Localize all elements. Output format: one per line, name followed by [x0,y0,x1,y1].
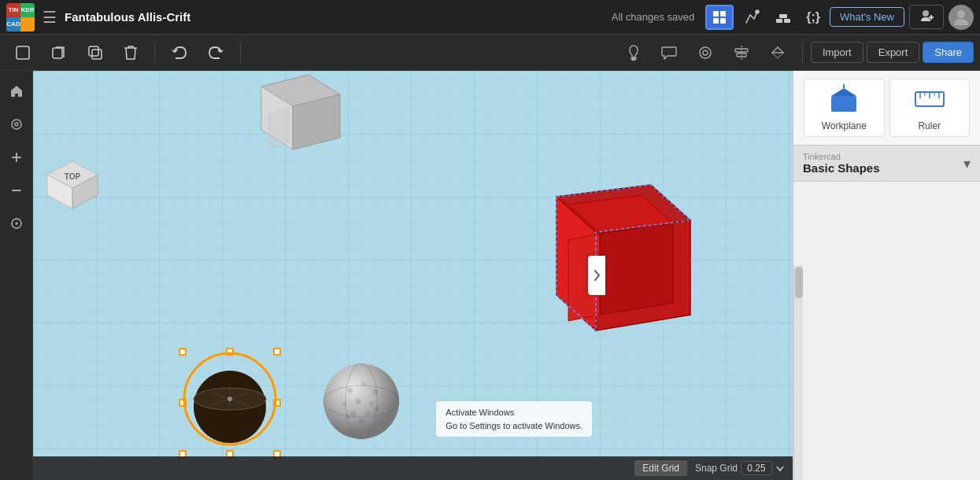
svg-point-62 [373,390,379,395]
sphere-shape[interactable] [320,360,407,447]
selected-cylinder-shape[interactable] [179,348,281,458]
svg-point-60 [348,388,353,393]
delete-button[interactable] [115,40,146,65]
topbar-right: What's New [830,5,974,30]
import-button[interactable]: Import [811,42,864,63]
copy-out-button[interactable] [43,40,76,65]
status-bar: Edit Grid Snap Grid [33,456,793,480]
snap-grid-label: Snap Grid [695,461,785,475]
right-panel: Workplane Ruler Tinker [793,71,980,480]
svg-rect-17 [632,59,635,61]
shape-item-box-ghost[interactable]: Box [800,188,887,194]
cube-label-top: TOP [65,172,81,181]
shape-item-cyl-ghost[interactable]: Cylinder [887,188,974,194]
edit-grid-button[interactable]: Edit Grid [634,460,687,476]
bricks-button[interactable] [770,6,797,29]
chevron-down-icon[interactable] [775,463,785,473]
snap-grid-input[interactable] [741,461,772,475]
svg-rect-2 [713,18,719,24]
view-cube-svg: TOP [41,157,104,216]
new-shape-button[interactable] [6,40,39,65]
svg-rect-0 [713,11,719,17]
svg-rect-73 [831,96,856,112]
svg-point-30 [16,223,17,224]
workplane-icon [828,84,860,117]
svg-marker-44 [269,107,289,149]
fit-view-button[interactable] [4,211,29,236]
panel-title: Basic Shapes [803,161,880,175]
svg-point-11 [957,10,965,18]
svg-point-59 [324,364,399,439]
zoom-out-button[interactable] [4,178,29,203]
export-button[interactable]: Export [867,42,920,63]
grid-view-button[interactable] [705,5,734,30]
svg-rect-15 [92,50,102,59]
svg-marker-50 [600,223,673,315]
toolbar-separator-3 [802,42,803,64]
view-cube-container[interactable]: TOP [41,157,112,228]
red-box-shape[interactable] [525,181,714,354]
toolbar-separator-1 [154,42,155,64]
shape-gen-button[interactable] [689,40,722,65]
svg-rect-6 [784,19,790,23]
avatar[interactable] [949,5,974,30]
duplicate-button[interactable] [79,40,112,65]
panel-section-label: Tinkercad [803,152,880,161]
panel-dropdown-button[interactable]: ▾ [963,155,971,172]
undo-button[interactable] [163,41,196,65]
svg-point-70 [359,419,364,425]
svg-point-64 [356,399,361,404]
svg-point-19 [703,50,708,55]
logo-cell-ker: KER [20,3,35,17]
home-button[interactable] [4,79,29,104]
document-icon[interactable]: ☰ [43,8,57,27]
viewport[interactable]: TOP [33,71,793,480]
flip-button[interactable] [761,40,794,65]
add-user-button[interactable] [909,5,944,29]
svg-point-67 [365,412,370,416]
tinkercad-logo[interactable]: TIN KER CAD [6,3,35,31]
svg-point-24 [12,120,21,129]
ruler-label: Ruler [918,120,941,131]
ruler-tool[interactable]: Ruler [889,79,971,137]
scroll-thumb[interactable] [795,267,803,298]
svg-point-18 [700,47,711,58]
align-button[interactable] [725,40,758,65]
toolbar2-right-tools: Import Export Share [618,40,974,65]
right-scrollbar[interactable] [793,265,803,480]
whats-new-button[interactable]: What's New [830,7,904,27]
svg-rect-12 [17,46,29,59]
svg-rect-3 [720,18,726,24]
topbar: TIN KER CAD ☰ Fantabulous Allis-Crift Al… [0,0,980,35]
svg-rect-28 [12,190,21,191]
svg-point-66 [351,412,357,417]
share-button[interactable]: Share [923,42,974,63]
code-button[interactable]: {;} [801,7,825,28]
svg-rect-1 [720,11,726,17]
build-button[interactable] [738,6,765,29]
svg-rect-5 [776,19,782,23]
redo-button[interactable] [199,41,232,65]
rotate-button[interactable] [4,112,29,137]
main-area: TOP [0,71,980,480]
svg-point-65 [369,401,374,406]
toolbar-separator-2 [240,42,241,64]
gray-box-shape[interactable] [246,71,348,165]
left-panel [0,71,33,480]
panel-collapse-arrow[interactable] [588,256,605,295]
svg-point-25 [15,123,18,126]
svg-point-8 [923,10,929,17]
workplane-tool[interactable]: Workplane [804,79,885,137]
light-bulb-button[interactable] [618,40,649,65]
svg-rect-14 [89,46,98,56]
right-panel-header: Tinkercad Basic Shapes ▾ [793,146,980,182]
comment-button[interactable] [653,41,686,65]
document-title[interactable]: Fantabulous Allis-Crift [65,10,190,24]
zoom-in-button[interactable] [4,145,29,170]
svg-rect-13 [53,48,62,58]
top-tools-section: Workplane Ruler [793,71,980,146]
svg-rect-7 [779,14,787,18]
svg-marker-74 [831,88,856,96]
svg-point-4 [756,10,759,13]
logo-cell-cad: CAD [6,17,20,31]
